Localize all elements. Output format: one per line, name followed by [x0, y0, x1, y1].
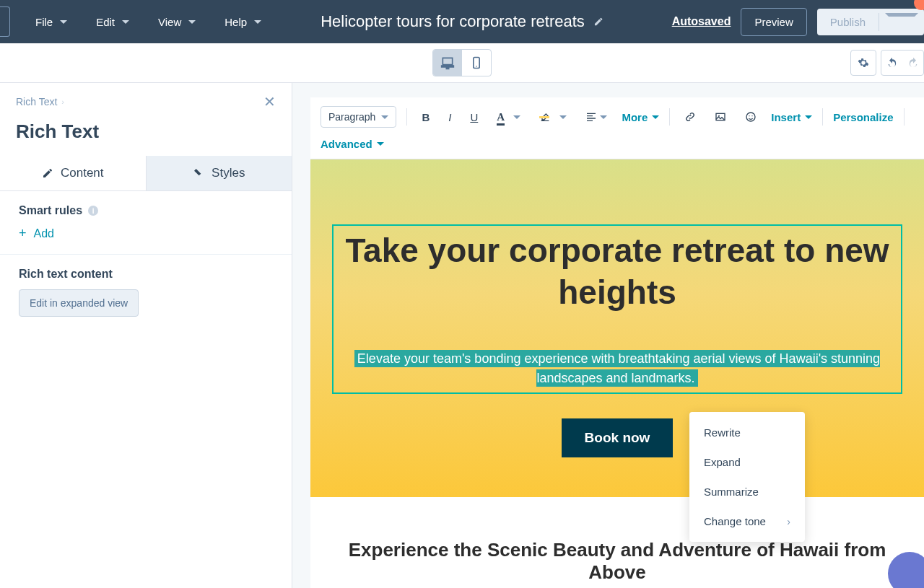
undo-button[interactable]: [881, 57, 902, 69]
text-color-button[interactable]: A: [492, 108, 525, 126]
plus-icon: +: [19, 226, 27, 241]
chevron-down-icon: [381, 115, 388, 119]
info-icon[interactable]: i: [88, 206, 98, 216]
canvas-area: Paragraph B I U A More Insert Personaliz…: [292, 83, 924, 588]
book-now-button[interactable]: Book now: [562, 418, 674, 457]
autosaved-status[interactable]: Autosaved: [672, 15, 731, 28]
rich-text-content-heading: Rich text content: [19, 268, 273, 281]
bold-button[interactable]: B: [417, 108, 434, 126]
sidebar-tabs: Content Styles: [0, 156, 292, 191]
left-edge-handle[interactable]: [0, 6, 10, 37]
lower-section: Experience the Scenic Beauty and Adventu…: [310, 497, 924, 584]
canvas: Paragraph B I U A More Insert Personaliz…: [310, 97, 924, 588]
svg-point-6: [752, 115, 753, 116]
edit-expanded-view-button[interactable]: Edit in expanded view: [19, 289, 139, 317]
context-menu-rewrite[interactable]: Rewrite: [689, 418, 805, 447]
secondary-toolbar: [0, 43, 924, 83]
panel-title: Rich Text: [0, 110, 292, 156]
context-menu-change-tone[interactable]: Change tone›: [689, 506, 805, 536]
rte-toolbar: Paragraph B I U A More Insert Personaliz…: [310, 97, 924, 159]
insert-button[interactable]: Insert: [771, 111, 812, 123]
italic-button[interactable]: I: [444, 108, 456, 126]
context-menu-expand[interactable]: Expand: [689, 447, 805, 477]
tab-content[interactable]: Content: [0, 156, 146, 190]
highlight-color-button[interactable]: [535, 108, 571, 126]
advanced-button[interactable]: Advanced: [321, 138, 384, 150]
lower-heading[interactable]: Experience the Scenic Beauty and Adventu…: [332, 539, 902, 584]
more-button[interactable]: More: [622, 111, 659, 123]
settings-button[interactable]: [850, 50, 876, 76]
chevron-down-icon: [254, 20, 261, 24]
close-panel-button[interactable]: ✕: [263, 93, 276, 110]
svg-point-5: [749, 115, 750, 116]
chevron-right-icon: ›: [61, 97, 64, 106]
menu-edit[interactable]: Edit: [96, 16, 129, 28]
menu-help[interactable]: Help: [225, 16, 261, 28]
device-toggle: [432, 49, 492, 76]
context-menu-summarize[interactable]: Summarize: [689, 477, 805, 506]
page-title[interactable]: Helicopter tours for corporate retreats: [321, 12, 603, 31]
chevron-down-icon: [188, 20, 196, 24]
paragraph-format-select[interactable]: Paragraph: [321, 106, 396, 128]
add-smart-rule-button[interactable]: +Add: [19, 226, 273, 241]
hero-heading[interactable]: Take your corporate retreat to new heigh…: [335, 230, 899, 313]
underline-button[interactable]: U: [466, 108, 482, 126]
chevron-down-icon: [122, 20, 129, 24]
emoji-button[interactable]: [741, 108, 761, 126]
dashed-selection-outline: [332, 400, 902, 403]
ai-context-menu: Rewrite Expand Summarize Change tone›: [689, 412, 805, 542]
image-button[interactable]: [710, 108, 731, 126]
smart-rules-heading: Smart rulesi: [19, 204, 273, 217]
redo-button[interactable]: [902, 57, 923, 69]
align-button[interactable]: [581, 108, 611, 126]
top-menu-bar: File Edit View Help Helicopter tours for…: [0, 0, 924, 43]
desktop-device-button[interactable]: [433, 50, 462, 76]
pencil-icon[interactable]: [593, 12, 603, 31]
personalize-button[interactable]: Personalize: [833, 111, 893, 123]
breadcrumb[interactable]: Rich Text›: [16, 96, 64, 107]
rich-text-selected-region[interactable]: Take your corporate retreat to new heigh…: [332, 224, 902, 394]
menu-file[interactable]: File: [35, 16, 67, 28]
menu-view[interactable]: View: [158, 16, 196, 28]
preview-button[interactable]: Preview: [741, 8, 806, 36]
hero-section: Take your corporate retreat to new heigh…: [310, 159, 924, 497]
mobile-device-button[interactable]: [462, 50, 491, 76]
svg-point-1: [476, 66, 477, 67]
chevron-down-icon[interactable]: [879, 13, 924, 31]
hero-subheading-selected[interactable]: Elevate your team's bonding experience w…: [354, 350, 880, 387]
undo-redo-group: [881, 50, 924, 76]
sidebar-panel: Rich Text› ✕ Rich Text Content Styles Sm…: [0, 83, 292, 588]
publish-button[interactable]: Publish: [817, 9, 924, 35]
chevron-right-icon: ›: [787, 516, 790, 527]
chevron-down-icon: [60, 20, 67, 24]
svg-point-4: [746, 113, 755, 121]
tab-styles[interactable]: Styles: [146, 156, 292, 190]
link-button[interactable]: [680, 108, 700, 126]
